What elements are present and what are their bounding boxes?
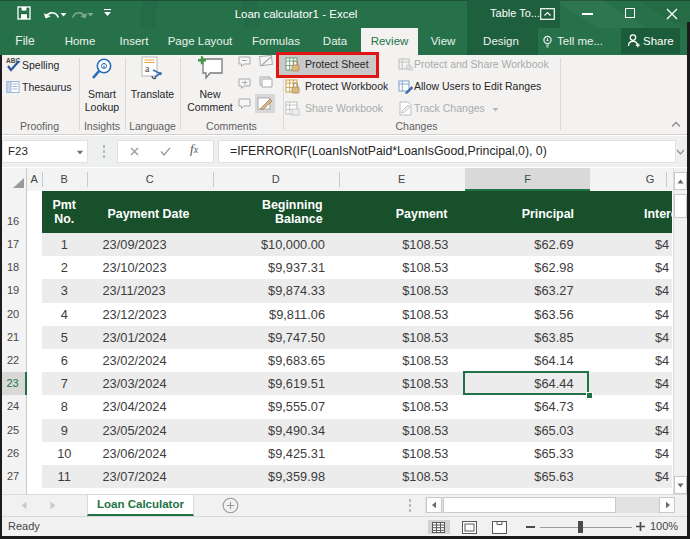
svg-text:a: a <box>145 63 150 74</box>
